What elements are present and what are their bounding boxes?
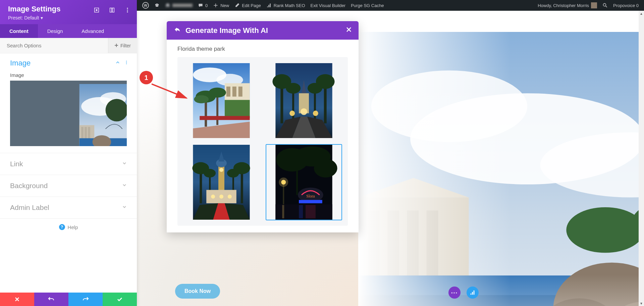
ai-modal-body: Florida theme park xyxy=(167,40,359,232)
comments-link[interactable]: 0 xyxy=(195,0,210,11)
close-button[interactable] xyxy=(346,27,352,34)
new-content-link[interactable]: New xyxy=(210,0,232,11)
svg-point-94 xyxy=(211,194,215,199)
svg-rect-54 xyxy=(238,87,243,97)
filter-label: Filter xyxy=(120,43,131,48)
ai-result-4[interactable]: Slora xyxy=(266,144,342,220)
section-link[interactable]: Link xyxy=(0,153,137,175)
rank-math-link[interactable]: Rank Math SEO xyxy=(264,0,308,11)
image-settings-sidebar: Image Settings Preset: Default▾ Content … xyxy=(0,0,137,306)
sidebar-header: Image Settings Preset: Default▾ xyxy=(0,0,137,24)
chevron-down-icon xyxy=(122,183,127,189)
ai-result-3[interactable] xyxy=(183,144,260,220)
preview-thumb-image xyxy=(45,84,127,146)
vertical-scrollbar[interactable]: ▲ ▼ xyxy=(639,11,644,306)
responsive-icon[interactable] xyxy=(93,7,100,13)
save-button[interactable] xyxy=(103,293,137,306)
svg-point-0 xyxy=(603,3,606,6)
image-field-label: Image xyxy=(0,72,137,81)
chart-icon xyxy=(266,3,272,8)
floating-actions: ⋯ xyxy=(448,287,479,299)
avatar xyxy=(591,2,597,8)
generate-ai-modal: Generate Image With AI Florida theme par… xyxy=(167,21,359,232)
section-more-icon[interactable] xyxy=(124,60,129,66)
svg-point-96 xyxy=(228,194,232,199)
svg-rect-68 xyxy=(292,90,294,122)
more-icon[interactable] xyxy=(124,7,131,13)
svg-rect-112 xyxy=(282,205,284,218)
preset-dropdown[interactable]: Preset: Default▾ xyxy=(8,15,43,20)
svg-point-71 xyxy=(308,83,322,94)
new-label: New xyxy=(220,3,229,8)
purge-cache-label: Purge SG Cache xyxy=(351,3,384,8)
ai-thumb-image xyxy=(184,63,259,138)
section-background[interactable]: Background xyxy=(0,175,137,196)
hero-image xyxy=(358,32,644,306)
svg-point-28 xyxy=(96,9,97,11)
layers-icon xyxy=(470,290,476,296)
help-icon: ? xyxy=(59,224,65,230)
svg-point-32 xyxy=(127,9,128,10)
svg-rect-55 xyxy=(205,100,207,127)
wp-logo[interactable]: W xyxy=(140,0,152,11)
back-button[interactable] xyxy=(173,26,181,35)
tab-design[interactable]: Design xyxy=(38,24,72,38)
howdy-user[interactable]: Howdy, Christopher Morris xyxy=(535,0,600,11)
svg-point-75 xyxy=(313,111,318,116)
fab-layers[interactable] xyxy=(467,287,479,299)
ellipsis-icon: ⋯ xyxy=(451,289,458,297)
redo-button[interactable] xyxy=(68,293,103,306)
svg-point-95 xyxy=(219,194,223,199)
pencil-icon xyxy=(234,3,240,8)
scroll-up-icon[interactable]: ▲ xyxy=(639,11,644,16)
svg-rect-29 xyxy=(110,8,112,12)
purge-cache-link[interactable]: Purge SG Cache xyxy=(348,0,386,11)
svg-text:Slora: Slora xyxy=(306,194,315,199)
site-name-link[interactable] xyxy=(162,0,195,11)
svg-rect-60 xyxy=(225,100,250,119)
svg-point-59 xyxy=(209,88,226,98)
tab-advanced[interactable]: Advanced xyxy=(72,24,113,38)
book-now-button[interactable]: Book Now xyxy=(175,284,220,299)
edit-page-link[interactable]: Edit Page xyxy=(232,0,263,11)
svg-rect-113 xyxy=(306,205,316,218)
ai-results-grid: Slora xyxy=(177,57,348,226)
plus-icon xyxy=(114,43,118,48)
search-input[interactable] xyxy=(0,38,108,53)
annotation-badge: 1 xyxy=(140,71,153,84)
section-admin-label[interactable]: Admin Label xyxy=(0,196,137,218)
chevron-up-icon xyxy=(115,60,120,66)
search-icon xyxy=(602,3,608,8)
scroll-down-icon[interactable]: ▼ xyxy=(639,301,644,306)
expand-icon[interactable] xyxy=(109,7,115,13)
ai-result-2[interactable] xyxy=(266,62,342,139)
fab-more[interactable]: ⋯ xyxy=(448,287,461,299)
comment-icon xyxy=(198,3,203,8)
exit-visual-builder-link[interactable]: Exit Visual Builder xyxy=(308,0,348,11)
help-row[interactable]: ? Help xyxy=(0,218,137,235)
rank-math-label: Rank Math SEO xyxy=(274,3,305,8)
ai-thumb-image xyxy=(184,145,259,220)
svg-rect-61 xyxy=(200,116,250,120)
svg-point-103 xyxy=(314,159,337,178)
plus-icon xyxy=(213,3,218,8)
section-image-header[interactable]: Image xyxy=(0,53,137,72)
undo-button[interactable] xyxy=(34,293,68,306)
search-toggle[interactable] xyxy=(600,0,610,11)
dashboard-link[interactable] xyxy=(152,0,162,11)
svg-rect-110 xyxy=(299,200,322,203)
filter-button[interactable]: Filter xyxy=(108,38,137,53)
edit-page-label: Edit Page xyxy=(242,3,261,8)
propovoice-link[interactable]: Propovoice 0 xyxy=(610,0,641,11)
svg-point-76 xyxy=(301,108,307,115)
ai-result-1[interactable] xyxy=(183,62,260,139)
chevron-down-icon xyxy=(122,161,127,167)
image-preview[interactable] xyxy=(10,81,127,146)
tab-content[interactable]: Content xyxy=(0,24,38,38)
cancel-button[interactable] xyxy=(0,293,34,306)
svg-rect-26 xyxy=(358,32,644,306)
bottom-action-bar xyxy=(0,293,137,306)
svg-point-33 xyxy=(127,11,128,12)
section-image-title: Image xyxy=(10,59,31,68)
svg-rect-87 xyxy=(241,170,243,204)
